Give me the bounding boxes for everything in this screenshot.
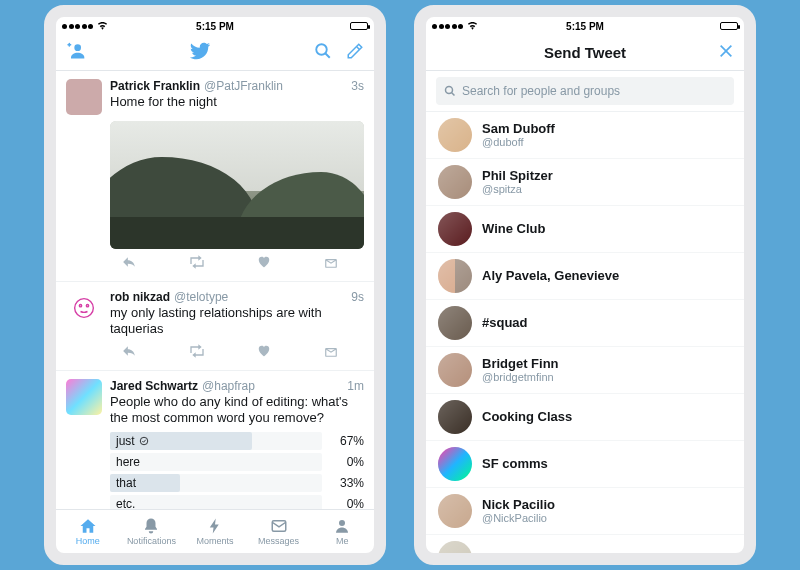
- svg-point-6: [86, 305, 88, 307]
- retweet-icon[interactable]: [189, 255, 205, 273]
- signal-icon: [62, 24, 93, 29]
- svg-point-1: [316, 44, 327, 55]
- tweet[interactable]: Jared Schwartz @hapfrap 1m People who do…: [56, 371, 374, 510]
- status-bar: 5:15 PM: [56, 17, 374, 35]
- svg-point-0: [74, 44, 81, 51]
- tab-me[interactable]: Me: [310, 510, 374, 553]
- tweet-handle: @hapfrap: [202, 379, 255, 393]
- avatar: [438, 259, 472, 293]
- list-item[interactable]: Phil Spitzer@spitza: [426, 159, 744, 206]
- list-item[interactable]: Bridget Finn@bridgetmfinn: [426, 347, 744, 394]
- tab-messages[interactable]: Messages: [247, 510, 311, 553]
- compose-icon[interactable]: [346, 42, 364, 64]
- svg-line-14: [452, 93, 455, 96]
- search-icon[interactable]: [314, 42, 332, 64]
- tweet-author[interactable]: Patrick Franklin: [110, 79, 200, 93]
- svg-line-2: [325, 53, 330, 58]
- avatar: [438, 541, 472, 553]
- poll-pct: 0%: [330, 497, 364, 509]
- tweet-time: 1m: [347, 379, 364, 393]
- share-icon[interactable]: [324, 255, 338, 273]
- tweet-time: 9s: [351, 290, 364, 304]
- status-time: 5:15 PM: [566, 21, 604, 32]
- list-item[interactable]: Sam Duboff@duboff: [426, 112, 744, 159]
- poll-option[interactable]: just 67%: [110, 432, 364, 450]
- tweet-text: Home for the night: [110, 94, 364, 110]
- svg-point-4: [75, 299, 94, 318]
- search-input[interactable]: Search for people and groups: [436, 77, 734, 105]
- avatar: [438, 212, 472, 246]
- tweet-text: my only lasting relationships are with t…: [110, 305, 364, 338]
- list-item[interactable]: #squad: [426, 300, 744, 347]
- tweet-handle: @PatJFranklin: [204, 79, 283, 93]
- battery-icon: [720, 22, 738, 30]
- tweet[interactable]: rob nikzad @telotype 9s my only lasting …: [56, 282, 374, 371]
- twitter-logo-icon: [189, 40, 211, 66]
- poll-option[interactable]: that 33%: [110, 474, 364, 492]
- avatar: [438, 165, 472, 199]
- poll-pct: 0%: [330, 455, 364, 469]
- list-item[interactable]: Cooking Class: [426, 394, 744, 441]
- tweet-author[interactable]: Jared Schwartz: [110, 379, 198, 393]
- search-container: Search for people and groups: [426, 71, 744, 112]
- search-icon: [444, 85, 456, 97]
- list-item[interactable]: Nick Pacilio@NickPacilio: [426, 488, 744, 535]
- svg-point-13: [446, 87, 453, 94]
- avatar: [438, 400, 472, 434]
- tweet-handle: @telotype: [174, 290, 228, 304]
- tweet-text: People who do any kind of editing: what'…: [110, 394, 364, 427]
- device-right: 5:15 PM Send Tweet Search for people and…: [414, 5, 756, 565]
- avatar: [438, 494, 472, 528]
- svg-point-8: [140, 437, 148, 445]
- wifi-icon: [97, 21, 108, 32]
- list-item[interactable]: jon park: [426, 535, 744, 553]
- tweet-time: 3s: [351, 79, 364, 93]
- share-icon[interactable]: [324, 344, 338, 362]
- page-title: Send Tweet: [544, 44, 626, 61]
- avatar[interactable]: [66, 379, 102, 415]
- avatar[interactable]: [66, 79, 102, 115]
- people-list[interactable]: Sam Duboff@duboff Phil Spitzer@spitza Wi…: [426, 112, 744, 553]
- battery-icon: [350, 22, 368, 30]
- tab-home[interactable]: Home: [56, 510, 120, 553]
- device-left: 5:15 PM Patrick Frank: [44, 5, 386, 565]
- list-item[interactable]: SF comms: [426, 441, 744, 488]
- tab-moments[interactable]: Moments: [183, 510, 247, 553]
- avatar[interactable]: [66, 290, 102, 326]
- poll-option[interactable]: here 0%: [110, 453, 364, 471]
- list-item[interactable]: Wine Club: [426, 206, 744, 253]
- check-circle-icon: [139, 436, 149, 446]
- avatar: [438, 118, 472, 152]
- like-icon[interactable]: [257, 344, 271, 362]
- avatar: [438, 447, 472, 481]
- add-user-icon[interactable]: [66, 41, 86, 65]
- signal-icon: [432, 24, 463, 29]
- tab-bar: Home Notifications Moments Messages Me: [56, 509, 374, 553]
- status-time: 5:15 PM: [196, 21, 234, 32]
- like-icon[interactable]: [257, 255, 271, 273]
- poll-pct: 33%: [330, 476, 364, 490]
- timeline-feed[interactable]: Patrick Franklin @PatJFranklin 3s Home f…: [56, 71, 374, 509]
- svg-point-5: [79, 305, 81, 307]
- tweet-actions: [66, 249, 364, 277]
- reply-icon[interactable]: [122, 255, 136, 273]
- tab-notifications[interactable]: Notifications: [120, 510, 184, 553]
- search-placeholder: Search for people and groups: [462, 84, 620, 98]
- close-icon[interactable]: [718, 43, 734, 63]
- navbar: [56, 35, 374, 71]
- modal-header: Send Tweet: [426, 35, 744, 71]
- wifi-icon: [467, 21, 478, 32]
- tweet-author[interactable]: rob nikzad: [110, 290, 170, 304]
- avatar: [438, 306, 472, 340]
- tweet[interactable]: Patrick Franklin @PatJFranklin 3s Home f…: [56, 71, 374, 282]
- poll: just 67% here 0% that 33% etc. 0%: [110, 432, 364, 509]
- poll-pct: 67%: [330, 434, 364, 448]
- tweet-image[interactable]: [110, 121, 364, 249]
- reply-icon[interactable]: [122, 344, 136, 362]
- poll-option[interactable]: etc. 0%: [110, 495, 364, 509]
- svg-point-10: [339, 520, 345, 526]
- status-bar: 5:15 PM: [426, 17, 744, 35]
- tweet-actions: [66, 338, 364, 366]
- retweet-icon[interactable]: [189, 344, 205, 362]
- list-item[interactable]: Aly Pavela, Genevieve: [426, 253, 744, 300]
